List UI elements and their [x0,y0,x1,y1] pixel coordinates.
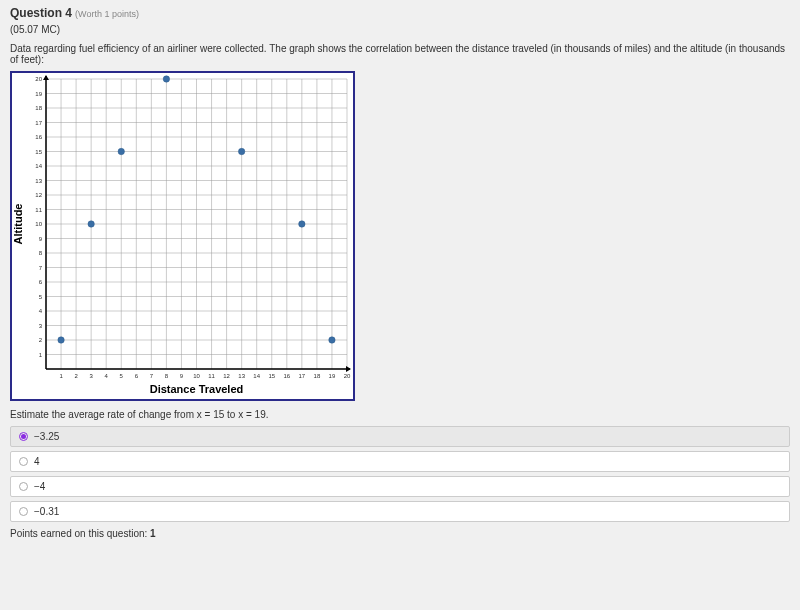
svg-point-88 [58,337,64,343]
svg-text:16: 16 [283,373,290,379]
radio-icon [19,457,28,466]
svg-marker-45 [43,75,49,80]
scatter-chart: 1234567891011121314151617181920123456789… [10,71,355,401]
svg-text:18: 18 [314,373,321,379]
svg-text:6: 6 [39,279,43,285]
question-header: Question 4 (Worth 1 points) [10,6,790,20]
radio-icon [19,507,28,516]
svg-text:Distance Traveled: Distance Traveled [150,383,244,395]
svg-text:13: 13 [238,373,245,379]
svg-text:12: 12 [223,373,230,379]
svg-text:8: 8 [165,373,169,379]
question-title: Question 4 [10,6,72,20]
svg-text:1: 1 [59,373,63,379]
svg-text:5: 5 [120,373,124,379]
points-earned-value: 1 [150,528,156,539]
svg-text:19: 19 [329,373,336,379]
svg-text:17: 17 [35,120,42,126]
svg-text:5: 5 [39,294,43,300]
svg-text:15: 15 [35,149,42,155]
question-code: (05.07 MC) [10,24,790,35]
question-subprompt: Estimate the average rate of change from… [10,409,790,420]
svg-text:3: 3 [89,373,93,379]
svg-point-94 [329,337,335,343]
svg-text:20: 20 [35,76,42,82]
answer-option[interactable]: 4 [10,451,790,472]
chart-svg: 1234567891011121314151617181920123456789… [12,73,353,399]
svg-text:7: 7 [39,265,43,271]
svg-marker-44 [346,366,351,372]
svg-text:18: 18 [35,105,42,111]
svg-text:13: 13 [35,178,42,184]
svg-text:4: 4 [105,373,109,379]
svg-text:20: 20 [344,373,351,379]
svg-text:8: 8 [39,250,43,256]
svg-text:14: 14 [35,163,42,169]
svg-text:4: 4 [39,308,43,314]
svg-point-93 [299,221,305,227]
svg-text:15: 15 [268,373,275,379]
answer-label: −3.25 [34,431,59,442]
svg-text:1: 1 [39,352,43,358]
svg-text:11: 11 [35,207,42,213]
svg-text:10: 10 [193,373,200,379]
svg-text:14: 14 [253,373,260,379]
answer-label: −0.31 [34,506,59,517]
answer-option[interactable]: −4 [10,476,790,497]
question-prompt: Data regarding fuel efficiency of an air… [10,43,790,65]
svg-text:10: 10 [35,221,42,227]
svg-text:Altitude: Altitude [12,204,24,245]
radio-icon [19,432,28,441]
svg-text:6: 6 [135,373,139,379]
points-earned-label: Points earned on this question: [10,528,147,539]
svg-text:12: 12 [35,192,42,198]
points-earned: Points earned on this question: 1 [10,528,790,539]
svg-point-89 [88,221,94,227]
svg-text:3: 3 [39,323,43,329]
svg-text:17: 17 [299,373,306,379]
svg-text:9: 9 [39,236,43,242]
svg-text:11: 11 [208,373,215,379]
svg-point-91 [163,76,169,82]
svg-point-90 [118,148,124,154]
question-worth: (Worth 1 points) [75,9,139,19]
svg-text:16: 16 [35,134,42,140]
answer-option[interactable]: −3.25 [10,426,790,447]
svg-text:2: 2 [74,373,78,379]
svg-text:7: 7 [150,373,154,379]
answer-option[interactable]: −0.31 [10,501,790,522]
answer-label: −4 [34,481,45,492]
svg-text:19: 19 [35,91,42,97]
svg-text:2: 2 [39,337,43,343]
svg-text:9: 9 [180,373,184,379]
radio-icon [19,482,28,491]
answer-list: −3.254−4−0.31 [10,426,790,522]
answer-label: 4 [34,456,40,467]
svg-point-92 [238,148,244,154]
